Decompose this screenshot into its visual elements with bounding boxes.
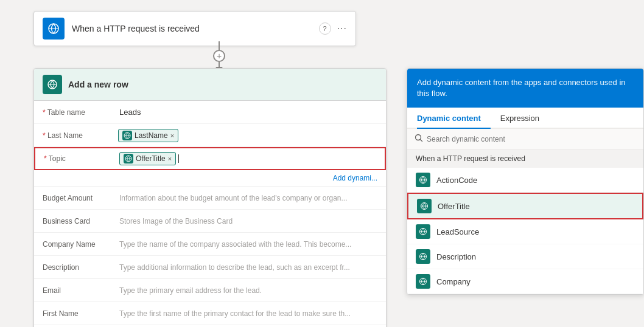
business-card-label: Business Card	[34, 212, 113, 230]
first-name-row: First Name Type the first name of the pr…	[34, 302, 386, 325]
search-icon	[415, 134, 423, 144]
http-trigger-icon	[43, 18, 65, 40]
table-name-row: Table name Leads	[34, 101, 386, 124]
add-step-button[interactable]: +	[213, 50, 225, 62]
dynamic-item-actioncode[interactable]: ActionCode	[407, 168, 643, 193]
connector-line-bottom	[219, 62, 220, 67]
http-trigger-title: When a HTTP request is received	[72, 24, 319, 33]
business-card-value[interactable]: Stores Image of the Business Card	[113, 213, 386, 229]
more-options-icon[interactable]: ···	[337, 23, 347, 34]
company-label: Company	[436, 277, 471, 286]
http-trigger-actions: ? ···	[319, 22, 347, 35]
dynamic-item-offertitle[interactable]: OfferTitle	[407, 193, 643, 219]
offer-title-tag-remove[interactable]: ×	[168, 155, 172, 162]
business-card-row: Business Card Stores Image of the Busine…	[34, 210, 386, 233]
company-icon	[416, 274, 430, 289]
connector-arrow: +	[213, 41, 225, 72]
description-label: Description	[34, 258, 113, 277]
add-row-body: Table name Leads Last Name LastName ×	[34, 101, 386, 327]
company-name-row: Company Name Type the name of the compan…	[34, 233, 386, 256]
dynamic-panel-header-text: Add dynamic content from the apps and co…	[417, 78, 626, 98]
add-row-card: Add a new row Table name Leads Last Name…	[33, 68, 387, 327]
description-value[interactable]: Type additional information to describe …	[113, 260, 386, 275]
topic-tag-container[interactable]: OfferTitle ×	[114, 150, 385, 168]
topic-label: Topic	[35, 150, 114, 168]
add-dynamic-link[interactable]: Add dynami...	[34, 170, 386, 187]
tab-dynamic-content[interactable]: Dynamic content	[417, 108, 491, 129]
last-name-tag-remove[interactable]: ×	[170, 132, 174, 139]
dynamic-item-description[interactable]: Description	[407, 244, 643, 269]
table-name-label: Table name	[34, 103, 113, 122]
dynamic-content-panel: Add dynamic content from the apps and co…	[407, 68, 644, 295]
company-name-value[interactable]: Type the name of the company associated …	[113, 236, 386, 252]
first-name-label: First Name	[34, 305, 113, 323]
last-name-tag[interactable]: LastName ×	[118, 129, 178, 142]
budget-amount-label: Budget Amount	[34, 189, 113, 207]
search-box	[407, 129, 643, 150]
offer-title-tag[interactable]: OfferTitle ×	[119, 152, 176, 165]
dynamic-panel-tabs: Dynamic content Expression	[407, 108, 643, 129]
budget-amount-value[interactable]: Information about the budget amount of t…	[113, 190, 386, 206]
email-value[interactable]: Type the primary email address for the l…	[113, 283, 386, 298]
last-name-tag-icon	[122, 131, 132, 140]
email-label: Email	[34, 281, 113, 300]
tab-expression[interactable]: Expression	[500, 108, 549, 129]
offer-title-tag-label: OfferTitle	[136, 154, 166, 163]
description-row: Description Type additional information …	[34, 256, 386, 279]
offertitle-icon	[417, 199, 432, 213]
last-name-row: Last Name LastName ×	[34, 124, 386, 147]
section-header: When a HTTP request is received	[407, 150, 643, 168]
dynamic-panel-header: Add dynamic content from the apps and co…	[407, 69, 643, 108]
budget-amount-row: Budget Amount Information about the budg…	[34, 187, 386, 210]
actioncode-icon	[416, 173, 430, 187]
http-trigger-card: When a HTTP request is received ? ···	[33, 11, 356, 46]
last-name-label: Last Name	[34, 126, 113, 145]
first-name-value[interactable]: Type the first name of the primary conta…	[113, 306, 386, 322]
description-dynamic-label: Description	[436, 252, 476, 261]
offertitle-label: OfferTitle	[438, 202, 470, 211]
dynamic-item-company[interactable]: Company	[407, 269, 643, 294]
offer-title-tag-icon	[124, 154, 133, 164]
add-row-icon	[43, 75, 62, 94]
leadsource-icon	[416, 224, 430, 239]
connector-line-top	[219, 41, 220, 50]
actioncode-label: ActionCode	[436, 176, 477, 185]
add-row-title: Add a new row	[68, 80, 128, 89]
cursor-indicator	[178, 154, 179, 163]
search-input[interactable]	[427, 135, 636, 143]
last-name-tag-label: LastName	[135, 131, 168, 140]
leadsource-label: LeadSource	[436, 227, 479, 236]
topic-row: Topic OfferTitle ×	[34, 147, 386, 170]
dynamic-item-leadsource[interactable]: LeadSource	[407, 219, 643, 244]
help-icon[interactable]: ?	[319, 22, 331, 35]
description-icon	[416, 249, 430, 264]
company-name-label: Company Name	[34, 235, 113, 253]
email-row: Email Type the primary email address for…	[34, 279, 386, 302]
last-name-tag-container[interactable]: LastName ×	[113, 126, 386, 145]
table-name-value[interactable]: Leads	[113, 104, 386, 120]
add-row-header: Add a new row	[34, 69, 386, 101]
